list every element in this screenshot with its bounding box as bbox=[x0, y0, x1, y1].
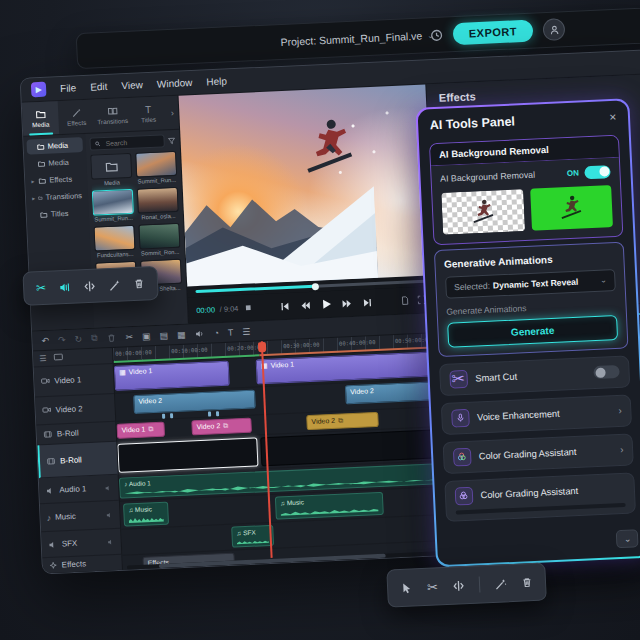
tree-item-media[interactable]: Media bbox=[26, 137, 83, 155]
media-item[interactable]: Ronat_osla... bbox=[137, 187, 179, 221]
skip-start-icon[interactable] bbox=[279, 300, 290, 311]
tab-transitions[interactable]: Transitions bbox=[94, 98, 131, 133]
snapshot-icon[interactable] bbox=[400, 295, 410, 305]
track-header-sfx[interactable]: SFX bbox=[41, 529, 121, 558]
refresh-icon[interactable]: ↻ bbox=[74, 334, 82, 344]
cut-icon[interactable]: ✂ bbox=[427, 579, 439, 594]
color-grading-progress-row[interactable]: Color Grading Assistant bbox=[444, 472, 636, 522]
play-icon[interactable] bbox=[320, 298, 333, 311]
animation-dropdown[interactable]: Selected: Dynamic Text Reveal ⌄ bbox=[445, 269, 617, 299]
bg-removal-toggle[interactable] bbox=[585, 165, 612, 179]
clip-overlay[interactable]: Video 2⧉ bbox=[306, 412, 379, 430]
smart-cut-row[interactable]: ✂ Smart Cut bbox=[439, 355, 631, 396]
tabs-overflow-chevron[interactable]: › bbox=[166, 96, 179, 130]
filter-icon[interactable] bbox=[167, 136, 175, 144]
tab-media[interactable]: Media bbox=[22, 101, 59, 136]
generative-animations-section: Generative Animations Selected: Dynamic … bbox=[433, 241, 628, 357]
magic-wand-icon[interactable] bbox=[108, 278, 122, 292]
project-title[interactable]: Project: Summit_Run_Final.ve ⌄ bbox=[280, 18, 435, 59]
delete-icon[interactable] bbox=[106, 332, 116, 342]
color-grading-row[interactable]: Color Grading Assistant › bbox=[442, 433, 634, 474]
cut-icon[interactable]: ✂ bbox=[125, 331, 133, 341]
ai-panel-title: AI Tools Panel bbox=[429, 114, 515, 132]
trash-icon[interactable] bbox=[521, 576, 534, 589]
clip-video2[interactable]: Video 2 bbox=[133, 389, 256, 414]
seek-knob[interactable] bbox=[312, 282, 319, 289]
ai-tools-panel: AI Tools Panel × AI Background Removal A… bbox=[415, 98, 640, 567]
menu-help[interactable]: Help bbox=[206, 75, 227, 87]
trash-icon[interactable] bbox=[133, 277, 146, 290]
stop-icon[interactable] bbox=[244, 304, 252, 312]
history-icon[interactable] bbox=[430, 28, 444, 42]
clip-music[interactable]: ♫ Music bbox=[123, 502, 169, 527]
menu-edit[interactable]: Edit bbox=[90, 81, 108, 93]
menu-window[interactable]: Window bbox=[157, 77, 193, 90]
menu-file[interactable]: File bbox=[60, 82, 77, 94]
menu-view[interactable]: View bbox=[121, 79, 143, 91]
transparent-preview-thumb[interactable] bbox=[441, 189, 525, 235]
generate-button[interactable]: Generate bbox=[447, 315, 619, 348]
media-item-selected[interactable]: Summit_Run... bbox=[92, 189, 134, 223]
export-button[interactable]: EXPORT bbox=[452, 20, 533, 46]
video-viewport[interactable] bbox=[179, 84, 434, 286]
snowboarder-graphic bbox=[296, 114, 363, 181]
tree-item-media-2[interactable]: Media bbox=[27, 154, 84, 172]
track-list-icon[interactable]: ☰ bbox=[39, 354, 47, 363]
forward-icon[interactable] bbox=[341, 297, 353, 309]
text-tool-icon[interactable]: T bbox=[228, 327, 234, 337]
magic-wand-icon[interactable] bbox=[494, 577, 508, 591]
clip-overlay[interactable]: Video 2⧉ bbox=[191, 418, 252, 436]
close-icon[interactable]: × bbox=[609, 109, 617, 123]
panel-scroll-down-button[interactable]: ⌄ bbox=[616, 530, 639, 549]
clock-icon[interactable]: ◔ bbox=[213, 328, 219, 338]
folder-icon bbox=[38, 193, 43, 201]
select-cursor-icon[interactable] bbox=[400, 581, 414, 595]
track-header-music[interactable]: ♪ Music bbox=[40, 501, 120, 532]
track-header-video2[interactable]: Video 2 bbox=[35, 394, 115, 425]
split-icon[interactable] bbox=[83, 279, 97, 293]
frames-icon[interactable]: ▤ bbox=[159, 330, 168, 340]
tree-item-titles[interactable]: Titles bbox=[29, 205, 86, 223]
crop-icon[interactable]: ▣ bbox=[142, 331, 151, 341]
filmstrip-clip-selected[interactable] bbox=[117, 437, 258, 472]
volume-icon bbox=[105, 511, 113, 519]
undo-icon[interactable]: ↶ bbox=[41, 335, 49, 345]
media-item-folder[interactable]: Media bbox=[90, 153, 132, 187]
tab-effects[interactable]: Effects bbox=[58, 100, 95, 135]
copy-icon[interactable]: ⧉ bbox=[91, 333, 98, 344]
folder-thumb bbox=[90, 153, 132, 180]
tree-item-effects[interactable]: ▸Effects bbox=[28, 171, 85, 189]
clip-music[interactable]: ♫ Music bbox=[275, 492, 384, 520]
media-item[interactable]: Summit_Run... bbox=[135, 151, 177, 185]
track-header-effects[interactable]: Effects bbox=[42, 555, 122, 575]
voice-enhancement-row[interactable]: Voice Enhancement › bbox=[440, 394, 632, 435]
color-circles-icon bbox=[454, 486, 473, 505]
monitor-icon[interactable] bbox=[53, 354, 63, 362]
tree-item-transitions[interactable]: ▸Transitions bbox=[29, 188, 86, 206]
divider bbox=[479, 576, 481, 592]
scissors-icon: ✂ bbox=[449, 369, 468, 388]
clip-video1[interactable]: ▦Video 1 bbox=[114, 361, 230, 391]
track-header-video1[interactable]: Video 1 bbox=[34, 364, 114, 397]
greenscreen-preview-thumb[interactable] bbox=[530, 185, 614, 231]
tab-titles[interactable]: T Titles bbox=[130, 96, 167, 131]
clip-overlay[interactable]: Video 1⧉ bbox=[116, 422, 165, 439]
rewind-icon[interactable] bbox=[299, 299, 311, 311]
snow-specks bbox=[179, 84, 434, 286]
redo-icon[interactable]: ↷ bbox=[58, 335, 66, 345]
audio-icon[interactable] bbox=[194, 328, 204, 338]
search-input[interactable] bbox=[89, 134, 165, 150]
media-item[interactable]: Fundcultans... bbox=[93, 225, 135, 259]
smart-cut-toggle[interactable] bbox=[594, 365, 621, 379]
image-icon[interactable]: ▦ bbox=[177, 329, 186, 339]
avatar[interactable] bbox=[542, 18, 565, 41]
clip-sfx[interactable]: ♫ SFX bbox=[231, 525, 274, 548]
split-icon[interactable] bbox=[452, 579, 466, 593]
track-header-audio1[interactable]: Audio 1 bbox=[39, 475, 119, 504]
settings-sliders-icon[interactable]: ☰ bbox=[242, 326, 251, 336]
audio-detach-icon[interactable] bbox=[58, 280, 72, 294]
cut-icon[interactable]: ✂ bbox=[36, 281, 47, 295]
skip-end-icon[interactable] bbox=[362, 297, 373, 308]
media-item[interactable]: Sommit_Ron... bbox=[138, 223, 180, 257]
track-header-broll-selected[interactable]: B-Roll bbox=[37, 441, 117, 478]
